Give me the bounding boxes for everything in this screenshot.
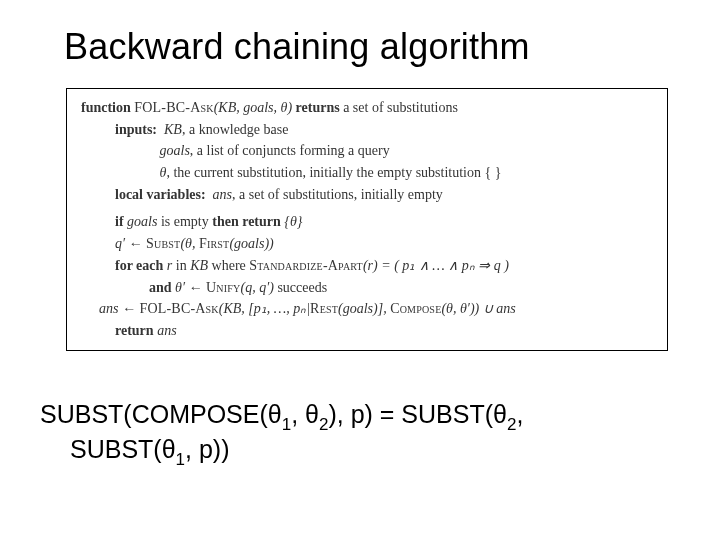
algo-line-function: function FOL-BC-Ask(KB, goals, θ) return… [81,97,653,119]
algo-line-qprime: q′ ← Subst(θ, First(goals)) [81,233,653,255]
equation: SUBST(COMPOSE(θ1, θ2), p) = SUBST(θ2, SU… [40,399,682,470]
equation-line-2: SUBST(θ1, p)) [40,434,682,469]
algo-line-ans: ans ← FOL-BC-Ask(KB, [p₁, …, pₙ|Rest(goa… [81,298,653,320]
algo-line-inputs: inputs: KB, a knowledge base [81,119,653,141]
fn-fol-bc-ask: FOL-BC-Ask [134,100,213,115]
algo-line-input-goals: goals, a list of conjuncts forming a que… [81,140,653,162]
algo-line-and-unify: and θ′ ← Unify(q, q′) succeeds [81,277,653,299]
algo-line-foreach: for each r in KB where Standardize-Apart… [81,255,653,277]
algo-line-locals: local variables: ans, a set of substitut… [81,184,653,206]
slide: Backward chaining algorithm function FOL… [0,0,720,540]
keyword-function: function [81,100,131,115]
algo-line-input-theta: θ, the current substitution, initially t… [81,162,653,184]
algorithm-box: function FOL-BC-Ask(KB, goals, θ) return… [66,88,668,351]
equation-line-1: SUBST(COMPOSE(θ1, θ2), p) = SUBST(θ2, [40,399,682,434]
slide-title: Backward chaining algorithm [64,26,682,68]
algo-line-return: return ans [81,320,653,342]
algo-line-if: if goals is empty then return {θ} [81,211,653,233]
